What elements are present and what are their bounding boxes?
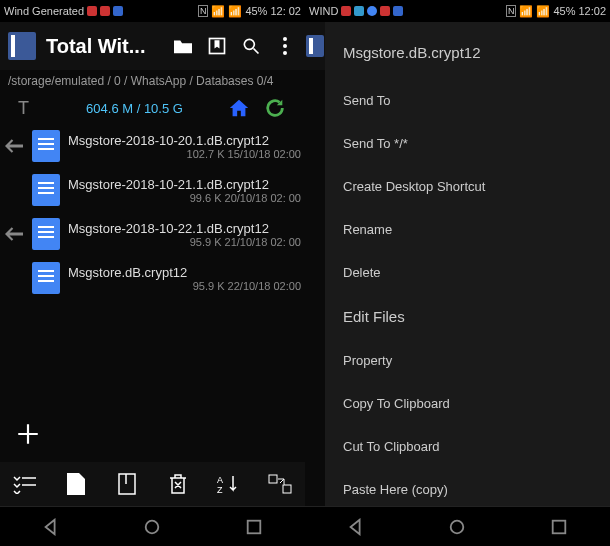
breadcrumb[interactable]: /storage/emulated / 0 / WhatsApp / Datab… [0, 70, 305, 92]
file-name: Msgstore.dB.crypt12 [68, 265, 301, 280]
partial-appbar [305, 22, 325, 70]
status-right: N 📶 📶 45% 12:02 [506, 5, 606, 18]
sort-az-icon[interactable]: AZ [215, 470, 243, 498]
nav-back-icon[interactable] [344, 515, 368, 539]
app-logo-icon [306, 35, 324, 57]
nfc-icon: N [506, 5, 517, 17]
menu-item-property[interactable]: Property [325, 339, 610, 382]
nav-recent-icon[interactable] [242, 515, 266, 539]
nav-bar [0, 506, 305, 546]
refresh-icon[interactable] [263, 96, 287, 120]
battery-text: 45% [553, 5, 575, 17]
nfc-icon: N [198, 5, 209, 17]
file-info: Msgstore-2018-10-22.1.dB.crypt12 95.9 K … [68, 221, 301, 248]
file-info: Msgstore-2018-10-20.1.dB.crypt12 102.7 K… [68, 133, 301, 160]
overflow-menu-icon[interactable] [273, 34, 297, 58]
fab-area [0, 406, 305, 462]
app-icon-badge [367, 6, 377, 16]
svg-rect-8 [269, 475, 277, 483]
left-phone: Wind Generated N 📶 📶 45% 12: 02 Total Wi… [0, 0, 305, 546]
svg-rect-11 [248, 520, 261, 533]
app-icon-badge [354, 6, 364, 16]
document-icon [32, 218, 60, 250]
svg-rect-9 [283, 485, 291, 493]
nav-home-icon[interactable] [445, 515, 469, 539]
archive-icon[interactable] [113, 470, 141, 498]
svg-point-3 [283, 37, 287, 41]
carrier-text: WIND [309, 5, 338, 17]
file-meta: 95.9 K 21/10/18 02: 00 [68, 236, 301, 248]
status-left: WIND [309, 5, 403, 17]
carrier-text: Wind Generated [4, 5, 84, 17]
home-icon[interactable] [227, 96, 251, 120]
clock-text: 12: 02 [270, 5, 301, 17]
svg-line-2 [254, 49, 259, 54]
menu-item-edit-files[interactable]: Edit Files [325, 294, 610, 339]
file-info: Msgstore.dB.crypt12 95.9 K 22/10/18 02:0… [68, 265, 301, 292]
clock-text: 12:02 [578, 5, 606, 17]
context-menu-header: Msgstore.dB.crypt12 [325, 32, 610, 79]
svg-point-4 [283, 44, 287, 48]
file-name: Msgstore-2018-10-22.1.dB.crypt12 [68, 221, 301, 236]
list-item[interactable]: Msgstore.dB.crypt12 95.9 K 22/10/18 02:0… [0, 256, 305, 300]
menu-item-delete[interactable]: Delete [325, 251, 610, 294]
bookmark-icon[interactable] [205, 34, 229, 58]
signal-icon: 📶 [519, 5, 533, 18]
document-icon [32, 262, 60, 294]
app-bar: Total Wit... [0, 22, 305, 70]
menu-item-send-to-all[interactable]: Send To */* [325, 122, 610, 165]
transfer-icon[interactable] [266, 470, 294, 498]
app-icon-badge [380, 6, 390, 16]
svg-point-10 [146, 520, 159, 533]
menu-item-rename[interactable]: Rename [325, 208, 610, 251]
app-logo-icon [8, 32, 36, 60]
menu-item-send-to[interactable]: Send To [325, 79, 610, 122]
status-right: N 📶 📶 45% 12: 02 [198, 5, 301, 18]
app-icon-badge [393, 6, 403, 16]
select-icon[interactable] [11, 470, 39, 498]
new-file-icon[interactable] [62, 470, 90, 498]
delete-icon[interactable] [164, 470, 192, 498]
info-bar: T 604.6 M / 10.5 G [0, 92, 305, 124]
document-icon [32, 130, 60, 162]
svg-rect-13 [553, 520, 566, 533]
back-arrow-icon[interactable] [4, 227, 24, 241]
nav-back-icon[interactable] [39, 515, 63, 539]
file-meta: 95.9 K 22/10/18 02:00 [68, 280, 301, 292]
nav-recent-icon[interactable] [547, 515, 571, 539]
svg-text:Z: Z [217, 485, 223, 494]
add-button[interactable] [10, 416, 46, 452]
list-item[interactable]: Msgstore-2018-10-20.1.dB.crypt12 102.7 K… [0, 124, 305, 168]
search-icon[interactable] [239, 34, 263, 58]
status-left: Wind Generated [4, 5, 123, 17]
nav-bar [305, 506, 610, 546]
svg-text:A: A [217, 475, 223, 485]
back-arrow-icon[interactable] [4, 139, 24, 153]
battery-text: 45% [245, 5, 267, 17]
nav-home-icon[interactable] [140, 515, 164, 539]
file-name: Msgstore-2018-10-21.1.dB.crypt12 [68, 177, 301, 192]
svg-point-5 [283, 51, 287, 55]
sort-text-icon[interactable]: T [18, 98, 42, 118]
file-meta: 99.6 K 20/10/18 02: 00 [68, 192, 301, 204]
status-bar: Wind Generated N 📶 📶 45% 12: 02 [0, 0, 305, 22]
app-title: Total Wit... [46, 35, 161, 58]
status-bar: WIND N 📶 📶 45% 12:02 [305, 0, 610, 22]
menu-item-copy-clipboard[interactable]: Copy To Clipboard [325, 382, 610, 425]
file-name: Msgstore-2018-10-20.1.dB.crypt12 [68, 133, 301, 148]
folder-icon[interactable] [171, 34, 195, 58]
svg-point-1 [244, 39, 254, 49]
bottom-toolbar: AZ [0, 462, 305, 506]
svg-point-12 [451, 520, 464, 533]
menu-item-cut-clipboard[interactable]: Cut To Clipboard [325, 425, 610, 468]
file-meta: 102.7 K 15/10/18 02:00 [68, 148, 301, 160]
app-icon-badge [113, 6, 123, 16]
menu-item-create-shortcut[interactable]: Create Desktop Shortcut [325, 165, 610, 208]
app-icon-badge [87, 6, 97, 16]
menu-item-paste-here[interactable]: Paste Here (copy) [325, 468, 610, 511]
storage-text: 604.6 M / 10.5 G [54, 101, 215, 116]
list-item[interactable]: Msgstore-2018-10-21.1.dB.crypt12 99.6 K … [0, 168, 305, 212]
context-menu: Msgstore.dB.crypt12 Send To Send To */* … [325, 22, 610, 506]
signal-icon: 📶 [211, 5, 225, 18]
list-item[interactable]: Msgstore-2018-10-22.1.dB.crypt12 95.9 K … [0, 212, 305, 256]
